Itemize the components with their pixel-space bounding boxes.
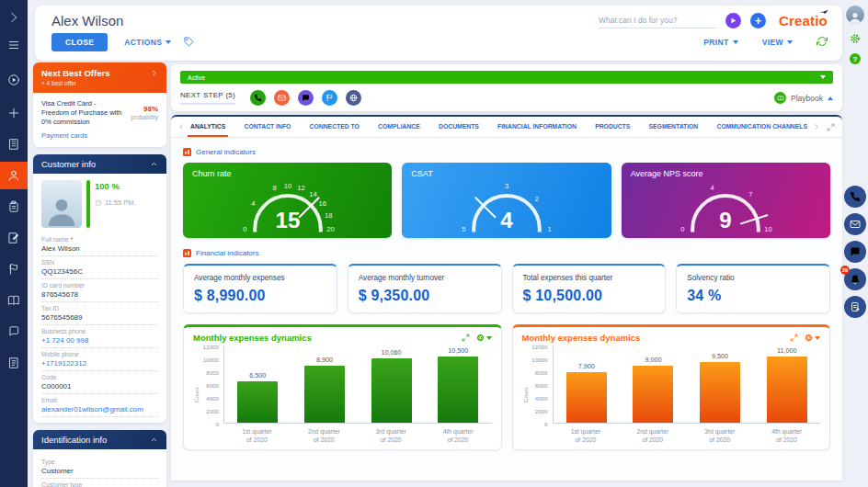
field-value: C000001 [41, 382, 158, 391]
chart-settings-gear-icon[interactable] [476, 334, 492, 342]
bar-value-label: 9,000 [645, 356, 661, 364]
flag-icon[interactable] [0, 255, 28, 283]
svg-text:9: 9 [720, 208, 732, 232]
help-icon[interactable]: ? [850, 53, 861, 64]
settings-gear-icon[interactable] [850, 31, 861, 48]
next-step-email-icon[interactable] [274, 90, 290, 106]
field-id-card-number: ID card number876545678 [41, 279, 158, 302]
next-step-web-icon[interactable] [346, 90, 361, 106]
email-icon[interactable] [844, 213, 866, 235]
next-step-chat-icon[interactable] [298, 90, 314, 106]
tab-segmentation[interactable]: SEGMENTATION [646, 117, 702, 137]
user-avatar[interactable] [846, 6, 864, 24]
identification-info-header[interactable]: Identification info [33, 430, 166, 449]
y-tick-label: 10000 [531, 357, 547, 363]
bar[interactable] [767, 357, 807, 423]
tabs-scroll-right[interactable] [810, 117, 823, 137]
knowledge-book-icon[interactable] [0, 287, 28, 314]
bar[interactable] [633, 366, 673, 423]
kpi-average-monthly-turnover[interactable]: Average monthly turnover $ 9,350.00 [348, 264, 502, 313]
next-best-offers-header[interactable]: Next Best Offers + 4 best offer [33, 62, 166, 93]
gauge-csat[interactable]: CSAT 5321 4 [402, 163, 611, 238]
customer-photo[interactable] [41, 180, 82, 228]
call-icon[interactable] [844, 186, 866, 208]
menu-icon[interactable] [0, 31, 28, 59]
kpi-solvency-ratio[interactable]: Solvency ratio 34 % [676, 264, 830, 313]
y-tick-label: 4000 [206, 395, 219, 402]
svg-text:1: 1 [547, 225, 551, 233]
chat-bubbles-icon[interactable] [0, 318, 28, 345]
tab-contact-info[interactable]: CONTACT INFO [242, 117, 294, 137]
next-step-icons [250, 90, 361, 106]
kpi-average-monthly-expenses[interactable]: Average monthly expenses $ 8,990.00 [183, 264, 337, 313]
task-file-icon[interactable] [844, 296, 866, 318]
bar[interactable] [700, 362, 740, 423]
playbook-button[interactable]: Playbook [774, 92, 833, 104]
edit-document-icon[interactable] [0, 224, 28, 252]
field-value[interactable]: +1719122312 [41, 359, 158, 368]
tab-financial-information[interactable]: FINANCIAL INFORMATION [495, 117, 579, 137]
field-value[interactable]: +1 724 00 998 [41, 336, 158, 345]
process-run-button[interactable] [725, 13, 741, 28]
customer-info-header[interactable]: Customer info [33, 154, 166, 174]
x-tick-label: 3rd quarter of 2020 [358, 427, 425, 444]
expand-chart-icon[interactable] [790, 334, 798, 342]
bar[interactable] [237, 381, 278, 423]
next-step-label: NEXT STEP (5) [180, 91, 235, 105]
y-tick-label: 6000 [206, 382, 219, 389]
chevron-right-icon[interactable] [0, 4, 28, 31]
contact-person-icon[interactable] [0, 162, 28, 189]
field-label: SSN [41, 259, 158, 266]
print-button[interactable]: PRINT [703, 38, 738, 47]
bar[interactable] [371, 358, 412, 423]
actions-button[interactable]: ACTIONS [124, 38, 171, 47]
gauge-average-nps[interactable]: Average NPS score 04710 9 [622, 163, 830, 238]
assistant-search-input[interactable]: What can I do for you? [599, 14, 716, 28]
tab-compliance[interactable]: COMPLIANCE [375, 117, 423, 137]
bar-value-label: 10,060 [382, 348, 402, 357]
close-button[interactable]: CLOSE [51, 33, 108, 51]
status-bar-active[interactable]: Active [180, 71, 833, 84]
field-value: Customer [41, 467, 158, 475]
fullscreen-icon[interactable] [823, 117, 839, 137]
svg-text:2: 2 [535, 195, 539, 203]
chat-icon[interactable] [844, 241, 866, 263]
notifications-bell-icon[interactable]: 29 [844, 268, 866, 290]
expand-chart-icon[interactable] [462, 334, 470, 342]
bar[interactable] [304, 366, 345, 423]
tab-connected-to[interactable]: CONNECTED TO [307, 117, 362, 137]
company-icon[interactable] [0, 130, 28, 158]
tab-analytics[interactable]: ANALYTICS [188, 117, 228, 137]
field-value[interactable]: alexander01wilson@gmail.com [41, 405, 158, 413]
quick-add-button[interactable]: + [750, 13, 766, 28]
kpi-total-expenses-quarter[interactable]: Total expenses this quarter $ 10,500.00 [512, 264, 667, 313]
field-type: TypeCustomer [41, 456, 158, 479]
svg-text:10: 10 [765, 225, 772, 233]
add-plus-icon[interactable] [0, 99, 28, 127]
section-general-indicators[interactable]: General indicators [183, 148, 830, 156]
bar[interactable] [438, 357, 478, 423]
next-step-call-icon[interactable] [250, 90, 266, 106]
section-financial-indicators[interactable]: Financial indicators [183, 249, 830, 257]
invoice-file-icon[interactable] [0, 349, 28, 377]
tag-icon[interactable] [184, 34, 194, 51]
required-marker: * [69, 236, 74, 243]
gauge-churn-rate[interactable]: Churn rate 048101214161820 15 [183, 163, 392, 238]
refresh-icon[interactable] [817, 34, 828, 51]
tab-communication-channels[interactable]: COMMUNICATION CHANNELS [714, 117, 810, 137]
chevron-down-icon [787, 40, 793, 44]
y-axis: 120001000080006000400020000 [200, 346, 223, 424]
process-play-icon[interactable] [0, 66, 28, 94]
tab-products[interactable]: PRODUCTS [592, 117, 633, 137]
next-step-flag-icon[interactable] [322, 90, 337, 106]
offer-category-link[interactable]: Payment cards [41, 131, 158, 140]
bar-value-label: 11,000 [777, 346, 796, 355]
view-button[interactable]: VIEW [762, 38, 793, 47]
tabs-scroll-left[interactable] [175, 117, 188, 137]
chart-settings-gear-icon[interactable] [805, 334, 820, 342]
tasks-clipboard-icon[interactable] [0, 193, 28, 221]
bar[interactable] [566, 372, 607, 423]
svg-text:14: 14 [309, 190, 316, 198]
x-axis: 1st quarter of 20202nd quarter of 20203r… [553, 427, 821, 444]
tab-documents[interactable]: DOCUMENTS [436, 117, 482, 137]
